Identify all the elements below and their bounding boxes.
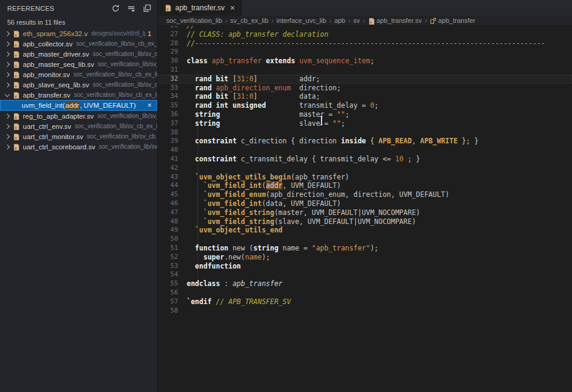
breadcrumb-item-apb_transfer[interactable]: apb_transfer	[430, 17, 476, 24]
refresh-icon[interactable]	[111, 4, 120, 13]
svg-text:v: v	[14, 84, 17, 88]
line-text: string slave = "";	[187, 119, 572, 128]
code-line-44[interactable]: 44 `uvm_field_int(addr, UVM_DEFAULT)	[158, 181, 572, 190]
code-line-47[interactable]: 47 `uvm_field_string(master, UVM_DEFAULT…	[158, 208, 572, 217]
sv-file-icon: v	[13, 112, 20, 120]
chevron-right-icon[interactable]	[5, 41, 10, 46]
code-line-57[interactable]: 57`endif // APB_TRANSFER_SV	[158, 297, 572, 306]
code-line-29[interactable]: 29	[158, 48, 572, 57]
breadcrumb-separator: ›	[329, 17, 331, 24]
code-line-52[interactable]: 52 super.new(name);	[158, 253, 572, 262]
chevron-right-icon[interactable]	[5, 61, 10, 66]
references-header: REFERENCES	[0, 0, 157, 16]
tab-apb-transfer[interactable]: v apb_transfer.sv ×	[158, 0, 242, 16]
breadcrumb-item-soc_verification_lib[interactable]: soc_verification_lib	[166, 17, 222, 24]
file-row-apb_master_seq_lib-sv[interactable]: vapb_master_seq_lib.svsoc_verification_l…	[0, 59, 157, 69]
code-line-37[interactable]: 37 string slave = "";	[158, 119, 572, 128]
chevron-right-icon[interactable]	[5, 144, 10, 149]
file-row-apb_collector-sv[interactable]: vapb_collector.svsoc_verification_lib/sv…	[0, 39, 157, 49]
code-line-30[interactable]: 30class apb_transfer extends uvm_sequenc…	[158, 57, 572, 66]
code-area[interactable]: 26//------------------------------------…	[158, 26, 572, 392]
code-line-34[interactable]: 34 rand bit [31:0] data;	[158, 92, 572, 101]
code-line-35[interactable]: 35 rand int unsigned transmit_delay = 0;	[158, 101, 572, 110]
chevron-right-icon[interactable]	[5, 72, 10, 76]
file-row-uart_ctrl_env-sv[interactable]: vuart_ctrl_env.svsoc_verification_lib/sv…	[0, 121, 157, 131]
chevron-right-icon[interactable]	[5, 31, 10, 36]
file-row-eth_spram_256x32-v[interactable]: veth_spram_256x32.vdesigns/socv/rtl/rtl_…	[0, 28, 157, 39]
svg-text:v: v	[14, 53, 17, 57]
code-line-42[interactable]: 42	[158, 164, 572, 173]
line-number: 38	[158, 128, 187, 137]
chevron-right-icon[interactable]	[5, 51, 10, 56]
code-line-49[interactable]: 49 `uvm_object_utils_end	[158, 226, 572, 235]
tab-label: apb_transfer.sv	[175, 4, 225, 12]
breadcrumb-item-sv[interactable]: sv	[353, 17, 360, 24]
file-path: soc_verification_lib/sv_...	[98, 113, 157, 119]
line-text	[187, 306, 572, 316]
breadcrumb-item-sv_cb_ex_lib[interactable]: sv_cb_ex_lib	[230, 17, 269, 24]
code-line-46[interactable]: 46 `uvm_field_int(data, UVM_DEFAULT)	[158, 199, 572, 208]
line-text	[187, 66, 572, 75]
breadcrumb-item-apb_transfer-sv[interactable]: vapb_transfer.sv	[368, 17, 421, 24]
chevron-right-icon[interactable]	[5, 82, 10, 87]
file-row-uart_ctrl_scoreboard-sv[interactable]: vuart_ctrl_scoreboard.svsoc_verification…	[0, 142, 157, 152]
code-line-31[interactable]: 31	[158, 66, 572, 75]
svg-text:v: v	[14, 125, 17, 129]
file-row-apb_master_driver-sv[interactable]: vapb_master_driver.svsoc_verification_li…	[0, 49, 157, 59]
code-line-41[interactable]: 41 constraint c_transmit_delay { transmi…	[158, 155, 572, 164]
code-line-38[interactable]: 38	[158, 128, 572, 137]
code-line-27[interactable]: 27// CLASS: apb_transfer declaration	[158, 30, 572, 39]
file-row-apb_slave_seq_lib-sv[interactable]: vapb_slave_seq_lib.svsoc_verification_li…	[0, 79, 157, 90]
code-content: 26//------------------------------------…	[158, 26, 572, 315]
list-view-icon[interactable]	[127, 4, 135, 13]
code-line-53[interactable]: 53 endfunction	[158, 262, 572, 271]
line-number: 54	[158, 270, 187, 279]
code-line-26[interactable]: 26//------------------------------------…	[158, 26, 572, 30]
line-text: `uvm_field_int(data, UVM_DEFAULT)	[187, 199, 572, 208]
code-line-28[interactable]: 28//------------------------------------…	[158, 39, 572, 48]
line-text: string master = "";	[187, 110, 572, 119]
sv-file-icon: v	[13, 91, 20, 99]
chevron-down-icon[interactable]	[5, 92, 10, 96]
results-tree: veth_spram_256x32.vdesigns/socv/rtl/rtl_…	[0, 28, 157, 152]
code-line-51[interactable]: 51 function new (string name = "apb_tran…	[158, 244, 572, 253]
code-line-39[interactable]: 39 constraint c_direction { direction in…	[158, 137, 572, 146]
match-highlight: addr	[65, 102, 80, 109]
sv-file-icon: v	[13, 30, 20, 37]
file-row-apb_monitor-sv[interactable]: vapb_monitor.svsoc_verification_lib/sv_c…	[0, 69, 157, 79]
line-number: 48	[158, 217, 187, 226]
file-row-apb_transfer-sv[interactable]: vapb_transfer.svsoc_verification_lib/sv_…	[0, 90, 157, 100]
code-line-48[interactable]: 48 `uvm_field_string(slave, UVM_DEFAULT|…	[158, 217, 572, 226]
file-row-reg_to_apb_adapter-sv[interactable]: vreg_to_apb_adapter.svsoc_verification_l…	[0, 111, 157, 121]
line-text	[187, 235, 572, 244]
code-line-50[interactable]: 50	[158, 235, 572, 244]
file-path: soc_verification_lib/sv_cb_ex_li...	[75, 123, 157, 129]
svg-text:v: v	[14, 33, 17, 37]
dismiss-result-icon[interactable]: ×	[147, 100, 152, 111]
code-line-36[interactable]: 36 string master = "";	[158, 110, 572, 119]
code-line-55[interactable]: 55endclass : apb_transfer	[158, 279, 572, 288]
code-line-54[interactable]: 54	[158, 270, 572, 279]
breadcrumb-item-apb[interactable]: apb	[334, 17, 345, 24]
line-text: endclass : apb_transfer	[187, 279, 572, 288]
file-row-uart_ctrl_monitor-sv[interactable]: vuart_ctrl_monitor.svsoc_verification_li…	[0, 131, 157, 142]
line-number: 30	[158, 57, 187, 66]
references-panel: REFERENCES 56 results in 11 files veth_s…	[0, 0, 158, 392]
tab-close-icon[interactable]: ×	[230, 3, 235, 13]
line-text: `uvm_field_string(master, UVM_DEFAULT|UV…	[187, 208, 572, 217]
chevron-right-icon[interactable]	[5, 113, 10, 118]
line-text: `uvm_object_utils_begin(apb_transfer)	[187, 173, 572, 182]
code-line-56[interactable]: 56	[158, 288, 572, 297]
code-line-43[interactable]: 43 `uvm_object_utils_begin(apb_transfer)	[158, 173, 572, 182]
code-line-32[interactable]: 32 rand bit [31:0] addr;	[158, 75, 572, 84]
breadcrumb-item-interface_uvc_lib[interactable]: interface_uvc_lib	[276, 17, 326, 24]
chevron-right-icon[interactable]	[5, 134, 10, 138]
chevron-right-icon[interactable]	[5, 123, 10, 128]
code-line-33[interactable]: 33 rand apb_direction_enum direction;	[158, 84, 572, 93]
result-item-selected[interactable]: uvm_field_int(addr, UVM_DEFAULT)×	[0, 100, 157, 111]
code-line-45[interactable]: 45 `uvm_field_enum(apb_direction_enum, d…	[158, 190, 572, 199]
code-line-58[interactable]: 58	[158, 306, 572, 316]
collapse-all-icon[interactable]	[143, 4, 151, 13]
file-name: apb_monitor.sv	[23, 71, 70, 78]
code-line-40[interactable]: 40	[158, 146, 572, 155]
